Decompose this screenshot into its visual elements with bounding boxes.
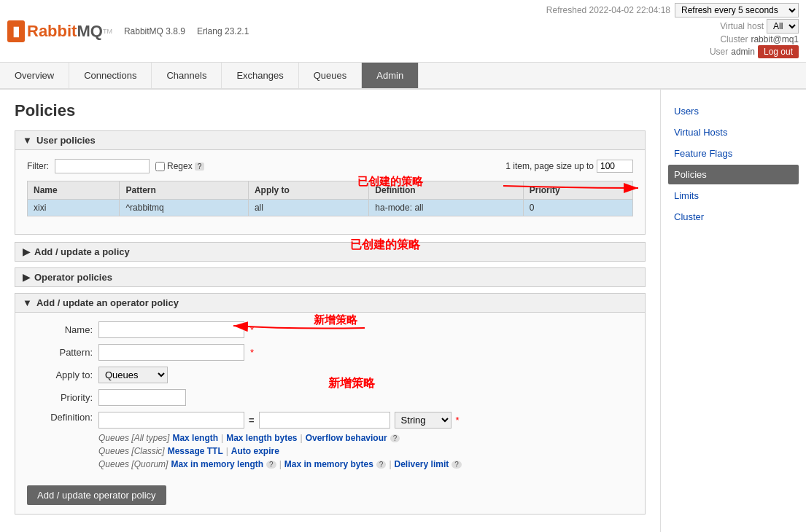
add-policy-arrow: ▶ <box>23 246 30 257</box>
nav-connections[interactable]: Connections <box>69 63 152 88</box>
delivery-limit-help[interactable]: ? <box>452 461 462 469</box>
queues-quorum-tag: Queues [Quorum] <box>98 459 168 469</box>
col-name: Name <box>28 181 120 200</box>
add-operator-title: Add / update an operator policy <box>36 297 179 308</box>
overflow-behaviour-link[interactable]: Overflow behaviour <box>306 433 387 443</box>
cluster-label: Cluster <box>720 34 748 44</box>
table-row[interactable]: xixi ^rabbitmq all ha-mode: all 0 <box>28 200 633 216</box>
vhost-select[interactable]: All / <box>767 19 799 34</box>
user-policies-section: ▼ User policies Filter: Regex ? 1 item, … <box>15 130 646 235</box>
user-label: User <box>710 47 728 57</box>
delivery-limit-link[interactable]: Delivery limit <box>395 459 449 469</box>
def-equals: = <box>249 415 255 426</box>
user-policies-body: Filter: Regex ? 1 item, page size up to <box>15 150 646 235</box>
logo-icon: ▮ <box>7 20 25 42</box>
memory-bytes-help[interactable]: ? <box>376 461 387 469</box>
filter-input[interactable] <box>55 159 150 173</box>
definition-key-input[interactable] <box>98 412 244 429</box>
message-ttl-link[interactable]: Message TTL <box>168 446 223 456</box>
add-policy-header[interactable]: ▶ Add / update a policy <box>15 242 646 262</box>
definition-required: * <box>456 415 460 426</box>
sidebar-item-limits[interactable]: Limits <box>668 186 799 206</box>
col-priority: Priority <box>523 181 632 200</box>
navbar: Overview Connections Channels Exchanges … <box>0 63 806 90</box>
add-operator-policy-header[interactable]: ▼ Add / update an operator policy <box>15 293 646 313</box>
queues-all-tag: Queues [All types] <box>98 433 169 443</box>
sidebar-item-feature-flags[interactable]: Feature Flags <box>668 144 799 163</box>
refresh-select[interactable]: Refresh every 5 seconds Refresh every 10… <box>675 3 799 17</box>
apply-to-select[interactable]: Queues Exchanges All <box>98 367 168 383</box>
user-value: admin <box>731 47 755 57</box>
regex-checkbox[interactable] <box>155 162 165 171</box>
logout-button[interactable]: Log out <box>758 45 799 58</box>
col-pattern: Pattern <box>120 181 248 200</box>
pattern-input[interactable] <box>98 344 244 361</box>
filter-label: Filter: <box>27 161 49 171</box>
name-input[interactable] <box>98 321 244 338</box>
refresh-timestamp: Refreshed 2022-04-02 22:04:18 <box>546 5 670 15</box>
definition-type-select[interactable]: String Number Boolean List <box>395 412 452 429</box>
max-length-link[interactable]: Max length <box>172 433 218 443</box>
add-operator-policy-button[interactable]: Add / update operator policy <box>27 485 166 505</box>
operator-policies-title: Operator policies <box>34 272 112 283</box>
nav-admin[interactable]: Admin <box>362 63 419 88</box>
policies-table: Name Pattern Apply to Definition Priorit… <box>27 181 633 216</box>
cell-name: xixi <box>28 200 120 216</box>
operator-policies-section: ▶ Operator policies <box>15 267 646 287</box>
name-required: * <box>250 324 254 335</box>
sidebar-item-users[interactable]: Users <box>668 101 799 121</box>
pattern-required: * <box>250 347 254 358</box>
operator-policies-arrow: ▶ <box>23 272 30 283</box>
max-in-memory-length-link[interactable]: Max in memory length <box>171 459 263 469</box>
col-definition: Definition <box>369 181 523 200</box>
sidebar-item-policies[interactable]: Policies <box>668 165 799 184</box>
apply-to-label: Apply to: <box>27 369 93 380</box>
priority-input[interactable] <box>98 389 186 406</box>
cell-pattern: ^rabbitmq <box>120 200 248 216</box>
cell-priority: 0 <box>523 200 632 216</box>
user-policies-title: User policies <box>36 135 96 146</box>
add-operator-policy-body: Name: * Pattern: * Apply to: Queues Exch… <box>15 313 646 515</box>
max-length-bytes-link[interactable]: Max length bytes <box>226 433 297 443</box>
sidebar-item-cluster[interactable]: Cluster <box>668 207 799 227</box>
regex-help[interactable]: ? <box>195 163 205 171</box>
auto-expire-link[interactable]: Auto expire <box>231 446 279 456</box>
user-policies-arrow: ▼ <box>23 135 32 146</box>
priority-label: Priority: <box>27 392 93 403</box>
add-operator-policy-section: ▼ Add / update an operator policy Name: … <box>15 293 646 515</box>
logo-tm: TM <box>103 28 112 35</box>
page-title: Policies <box>15 101 646 120</box>
page-size-input[interactable] <box>597 160 633 173</box>
cluster-value: rabbit@mq1 <box>751 34 799 44</box>
nav-channels[interactable]: Channels <box>152 63 222 88</box>
definition-label: Definition: <box>27 412 93 423</box>
name-label: Name: <box>27 324 93 335</box>
overflow-help[interactable]: ? <box>390 434 400 442</box>
regex-label: Regex ? <box>155 161 204 171</box>
pattern-label: Pattern: <box>27 347 93 358</box>
user-policies-header[interactable]: ▼ User policies <box>15 130 646 150</box>
memory-length-help[interactable]: ? <box>266 461 276 469</box>
col-apply-to: Apply to <box>248 181 368 200</box>
nav-exchanges[interactable]: Exchanges <box>222 63 298 88</box>
logo-rabbit: Rabbit <box>27 22 77 41</box>
add-policy-title: Add / update a policy <box>34 246 130 257</box>
page-size-prefix: 1 item, page size up to <box>505 161 594 171</box>
add-policy-section: ▶ Add / update a policy <box>15 242 646 262</box>
erlang-version: Erlang 23.2.1 <box>197 26 249 36</box>
sidebar: Users Virtual Hosts Feature Flags Polici… <box>660 90 806 532</box>
rabbitmq-version: RabbitMQ 3.8.9 <box>124 26 185 36</box>
add-operator-arrow: ▼ <box>23 297 32 308</box>
vhost-label: Virtual host <box>720 21 764 31</box>
max-in-memory-bytes-link[interactable]: Max in memory bytes <box>284 459 373 469</box>
sidebar-item-virtual-hosts[interactable]: Virtual Hosts <box>668 122 799 142</box>
nav-queues[interactable]: Queues <box>299 63 363 88</box>
logo-mq: MQ <box>77 22 102 41</box>
operator-policies-header[interactable]: ▶ Operator policies <box>15 267 646 287</box>
cell-apply-to: all <box>248 200 368 216</box>
definition-val-input[interactable] <box>259 412 390 429</box>
nav-overview[interactable]: Overview <box>0 63 69 88</box>
cell-definition: ha-mode: all <box>369 200 523 216</box>
quick-links: Queues [All types] Max length | Max leng… <box>98 433 462 469</box>
queues-classic-tag: Queues [Classic] <box>98 446 165 456</box>
